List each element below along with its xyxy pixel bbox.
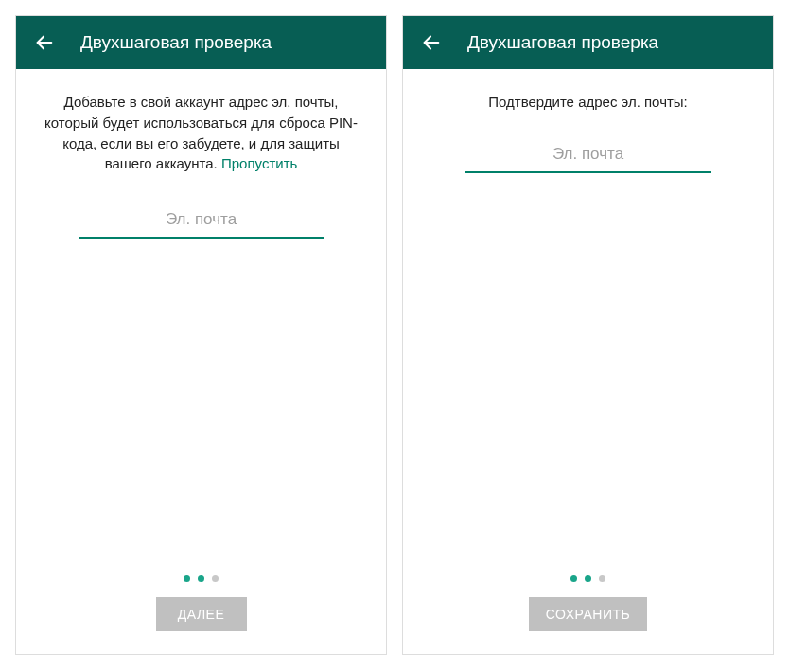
appbar: Двухшаговая проверка xyxy=(403,16,773,69)
back-button[interactable] xyxy=(418,29,445,56)
dot xyxy=(212,575,219,582)
instruction-text: Подтвердите адрес эл. почты: xyxy=(426,92,750,113)
instruction-body: Добавьте в свой аккаунт адрес эл. почты,… xyxy=(44,94,358,171)
dot xyxy=(198,575,204,582)
save-button[interactable]: СОХРАНИТЬ xyxy=(529,597,648,631)
appbar-title: Двухшаговая проверка xyxy=(467,32,658,53)
arrow-left-icon xyxy=(421,32,442,53)
dot xyxy=(570,575,577,582)
screen-add-email: Двухшаговая проверка Добавьте в свой акк… xyxy=(15,15,387,655)
arrow-left-icon xyxy=(34,32,55,53)
next-button[interactable]: ДАЛЕЕ xyxy=(156,597,247,631)
appbar: Двухшаговая проверка xyxy=(16,16,386,69)
email-field-wrap xyxy=(426,139,750,173)
instruction-text: Добавьте в свой аккаунт адрес эл. почты,… xyxy=(39,92,363,174)
back-button[interactable] xyxy=(31,29,58,56)
email-input[interactable] xyxy=(79,204,324,239)
dot xyxy=(585,575,591,582)
email-field-wrap xyxy=(39,204,363,239)
content: Подтвердите адрес эл. почты: СОХРАНИТЬ xyxy=(403,69,773,654)
email-confirm-input[interactable] xyxy=(465,139,711,173)
page-indicator xyxy=(39,575,363,582)
appbar-title: Двухшаговая проверка xyxy=(80,32,272,53)
screen-confirm-email: Двухшаговая проверка Подтвердите адрес э… xyxy=(402,15,774,655)
content: Добавьте в свой аккаунт адрес эл. почты,… xyxy=(16,69,386,654)
dot xyxy=(599,575,605,582)
page-indicator xyxy=(426,575,750,582)
skip-link[interactable]: Пропустить xyxy=(221,155,297,171)
dot xyxy=(184,575,190,582)
